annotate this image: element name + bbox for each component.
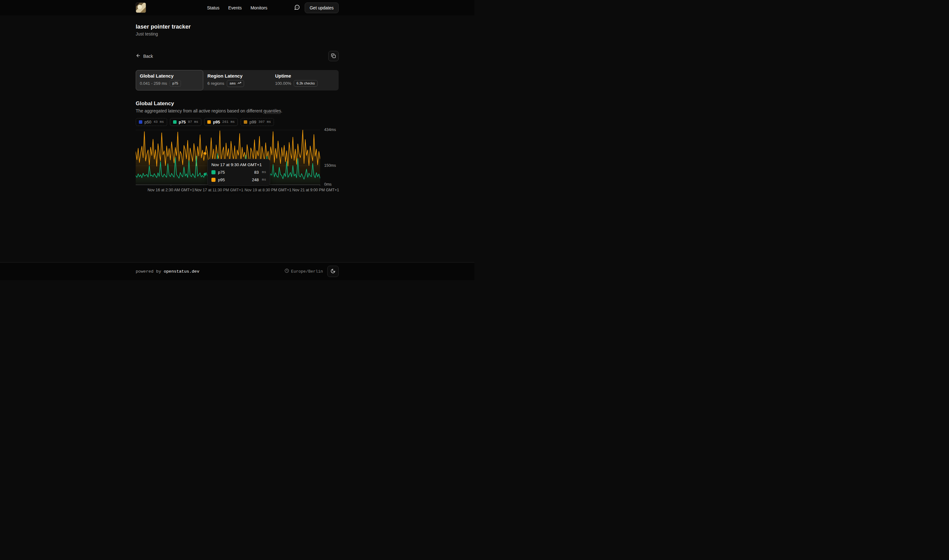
timezone-label: Europe/Berlin	[291, 269, 323, 274]
legend-label: p99	[249, 120, 256, 125]
tab-global-latency[interactable]: Global Latency 0.041 - 259 ms p75	[136, 70, 203, 91]
card-value: 0.041 - 259 ms	[140, 81, 167, 86]
description-text: The aggregated latency from all active r…	[136, 108, 263, 113]
tooltip-swatch	[211, 170, 215, 174]
tab-uptime[interactable]: Uptime 100.00% 6.2k checks	[271, 70, 338, 91]
chart-legend: p50 43 ms p75 97 ms p95 261 ms p99 307 m…	[136, 118, 338, 126]
quantiles-link[interactable]: quantiles	[263, 108, 281, 113]
logo-image[interactable]	[136, 3, 146, 13]
clock-icon	[285, 269, 289, 274]
tooltip-swatch	[211, 178, 215, 182]
legend-swatch	[173, 120, 177, 124]
get-updates-button[interactable]: Get updates	[305, 3, 338, 13]
page-title: laser pointer tracker	[136, 23, 338, 30]
metric-tabs: Global Latency 0.041 - 259 ms p75 Region…	[136, 70, 338, 91]
legend-value: 97 ms	[188, 120, 198, 124]
top-nav: Status Events Monitors Get updates	[0, 0, 474, 15]
trending-up-icon	[237, 81, 241, 86]
x-axis-labels: Nov 16 at 2:30 AM GMT+1Nov 17 at 11:30 P…	[136, 187, 320, 193]
page-footer: powered by openstatus.dev Europe/Berlin	[0, 262, 474, 280]
description-period: .	[281, 108, 282, 113]
card-value: 6 regions	[207, 81, 224, 86]
copy-link-button[interactable]	[328, 51, 338, 61]
legend-label: p95	[213, 120, 220, 125]
copy-icon	[331, 53, 336, 59]
x-tick-label: Nov 21 at 9:00 PM GMT+1	[292, 188, 339, 192]
card-title: Uptime	[275, 73, 335, 78]
legend-value: 261 ms	[222, 120, 235, 124]
theme-toggle-button[interactable]	[327, 266, 338, 277]
tooltip-series-label: p95	[218, 177, 225, 182]
legend-label: p75	[179, 120, 186, 125]
tooltip-series-label: p75	[218, 170, 225, 175]
legend-swatch	[207, 120, 211, 124]
tooltip-row: p95 248 ms	[211, 177, 266, 182]
legend-swatch	[139, 120, 142, 124]
chart-tooltip: Nov 17 at 9:30 AM GMT+1 p75 83 ms p95 24…	[207, 159, 270, 186]
back-label: Back	[143, 54, 153, 59]
tooltip-unit: ms	[262, 178, 266, 182]
y-tick-label: 0ms	[324, 182, 332, 186]
checks-badge: 6.2k checks	[294, 80, 318, 87]
quantile-badge: p75	[170, 80, 181, 87]
nav-links: Status Events Monitors	[207, 5, 267, 10]
main-content: laser pointer tracker Just testing Back	[0, 15, 474, 262]
legend-toggle[interactable]: p75 97 ms	[170, 118, 201, 126]
openstatus-link[interactable]: openstatus.dev	[164, 269, 199, 274]
latency-chart[interactable]: 434ms150ms0ms Nov 17 at 9:30 AM GMT+1 p7…	[136, 128, 338, 186]
tooltip-timestamp: Nov 17 at 9:30 AM GMT+1	[211, 162, 266, 167]
region-code: ams	[230, 82, 236, 86]
feedback-chat-button[interactable]	[294, 5, 300, 11]
y-tick-label: 150ms	[324, 163, 336, 168]
tooltip-unit: ms	[262, 170, 266, 174]
powered-by: powered by openstatus.dev	[136, 269, 200, 274]
legend-toggle[interactable]: p50 43 ms	[136, 118, 167, 126]
powered-prefix: powered by	[136, 269, 164, 274]
tooltip-row: p75 83 ms	[211, 170, 266, 175]
y-tick-label: 434ms	[324, 128, 336, 132]
legend-label: p50	[145, 120, 151, 125]
nav-link[interactable]: Events	[228, 5, 242, 10]
legend-value: 43 ms	[154, 120, 164, 124]
card-title: Global Latency	[140, 73, 199, 78]
tooltip-value: 83	[254, 170, 258, 175]
page-subtitle: Just testing	[136, 31, 338, 37]
x-tick-label: Nov 19 at 8:30 PM GMT+1	[245, 188, 291, 192]
region-badge: ams	[227, 80, 244, 87]
x-tick-label: Nov 16 at 2:30 AM GMT+1	[148, 188, 194, 192]
arrow-left-icon	[136, 53, 141, 59]
back-button[interactable]: Back	[136, 53, 153, 59]
legend-toggle[interactable]: p95 261 ms	[204, 118, 238, 126]
x-tick-label: Nov 17 at 11:30 PM GMT+1	[194, 188, 243, 192]
moon-icon	[331, 269, 335, 274]
tooltip-value: 248	[252, 177, 259, 182]
timezone: Europe/Berlin	[285, 269, 323, 274]
y-axis-labels: 434ms150ms0ms	[324, 128, 343, 186]
tab-region-latency[interactable]: Region Latency 6 regions ams	[203, 70, 271, 91]
section-title: Global Latency	[136, 100, 338, 107]
legend-toggle[interactable]: p99 307 ms	[241, 118, 274, 126]
nav-link[interactable]: Status	[207, 5, 220, 10]
card-title: Region Latency	[207, 73, 267, 78]
message-circle-icon	[294, 5, 300, 11]
section-description: The aggregated latency from all active r…	[136, 108, 338, 113]
nav-link[interactable]: Monitors	[251, 5, 267, 10]
legend-swatch	[244, 120, 247, 124]
card-value: 100.00%	[275, 81, 291, 86]
legend-value: 307 ms	[258, 120, 271, 124]
